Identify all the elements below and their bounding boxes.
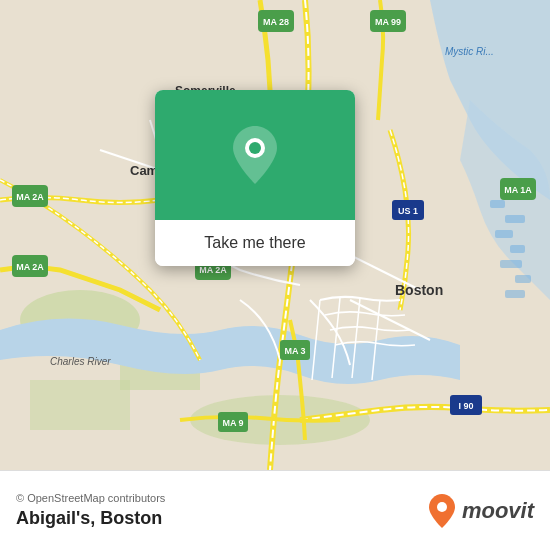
svg-text:Boston: Boston [395, 282, 443, 298]
svg-text:I 90: I 90 [458, 401, 473, 411]
svg-rect-5 [490, 200, 505, 208]
place-name: Abigail's, Boston [16, 508, 165, 529]
take-me-there-button[interactable]: Take me there [155, 220, 355, 266]
bottom-left: © OpenStreetMap contributors Abigail's, … [16, 492, 165, 529]
moovit-logo: moovit [428, 493, 534, 529]
svg-text:MA 99: MA 99 [375, 17, 401, 27]
svg-rect-9 [500, 260, 522, 268]
svg-rect-4 [30, 380, 130, 430]
take-me-there-label: Take me there [204, 234, 305, 252]
popup-header [155, 90, 355, 220]
svg-rect-11 [505, 290, 525, 298]
attribution: © OpenStreetMap contributors [16, 492, 165, 504]
svg-text:Charles River: Charles River [50, 356, 111, 367]
svg-text:MA 2A: MA 2A [16, 192, 44, 202]
svg-rect-7 [495, 230, 513, 238]
svg-text:MA 3: MA 3 [284, 346, 305, 356]
svg-text:MA 1A: MA 1A [504, 185, 532, 195]
svg-point-41 [437, 502, 447, 512]
svg-rect-10 [515, 275, 531, 283]
svg-rect-8 [510, 245, 525, 253]
svg-text:MA 28: MA 28 [263, 17, 289, 27]
map-container: MA 2A MA 2A MA 2A I 93 MA 28 MA 99 US [0, 0, 550, 470]
svg-text:Mystic Ri...: Mystic Ri... [445, 46, 494, 57]
svg-text:MA 2A: MA 2A [199, 265, 227, 275]
svg-text:US 1: US 1 [398, 206, 418, 216]
bottom-bar: © OpenStreetMap contributors Abigail's, … [0, 470, 550, 550]
popup-card: Take me there [155, 90, 355, 266]
svg-text:MA 2A: MA 2A [16, 262, 44, 272]
svg-rect-6 [505, 215, 525, 223]
moovit-pin-icon [428, 493, 456, 529]
location-pin-icon [229, 124, 281, 186]
svg-text:MA 9: MA 9 [222, 418, 243, 428]
svg-point-40 [249, 142, 261, 154]
moovit-text: moovit [462, 498, 534, 524]
